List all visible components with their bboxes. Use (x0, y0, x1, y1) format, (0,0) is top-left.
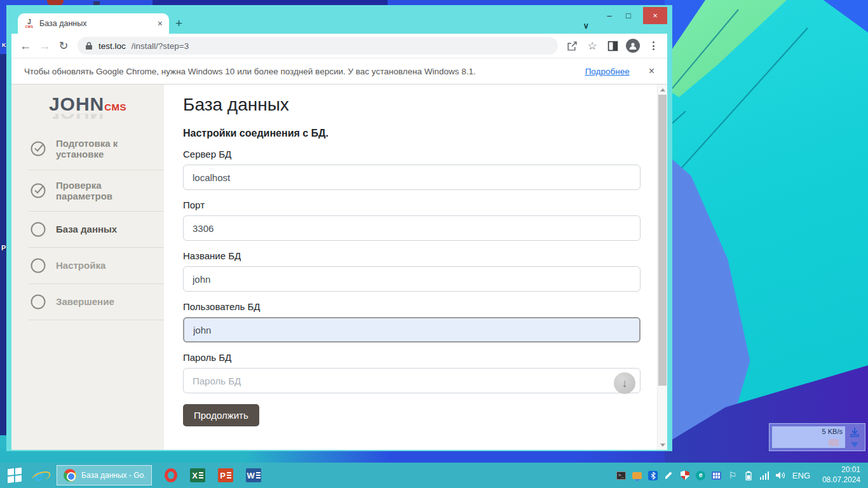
db-port-input[interactable] (183, 215, 641, 241)
forward-button[interactable]: → (36, 37, 53, 55)
installer-sidebar: JOHNCMS JOHNCMS Подготовка к установке (11, 85, 164, 450)
opera-icon[interactable] (165, 468, 177, 482)
circle-icon (30, 221, 46, 238)
internet-explorer-icon[interactable]: e (34, 467, 44, 484)
db-user-label: Пользователь БД (183, 301, 641, 312)
sidebar-divider (29, 320, 164, 320)
word-glyph: W (246, 468, 261, 482)
tab-search-chevron-icon[interactable]: ∨ (583, 21, 589, 30)
circle-icon (30, 257, 46, 274)
tray-keyboard-layout-icon[interactable] (712, 470, 722, 480)
download-truck-icon (829, 439, 839, 446)
infobar-details-link[interactable]: Подробнее (585, 67, 630, 76)
db-name-input[interactable] (183, 266, 641, 292)
db-server-field-wrap (183, 165, 641, 190)
scrollbar-thumb[interactable] (658, 95, 667, 386)
tray-network-signal-icon[interactable] (759, 470, 770, 480)
keyboard-glyph (712, 471, 721, 480)
tray-security-shield-icon[interactable] (680, 470, 690, 480)
scrollbar-down-arrow[interactable] (658, 440, 667, 450)
side-panel-icon[interactable] (604, 37, 621, 55)
profile-avatar-icon[interactable] (624, 37, 642, 55)
tray-eset-icon[interactable]: e (696, 470, 706, 480)
tray-terminal-icon[interactable]: >_ (616, 470, 627, 480)
window-controls: – □ × (600, 6, 667, 24)
windows-logo-icon (8, 468, 22, 483)
terminal-glyph: >_ (616, 471, 626, 480)
down-arrow-glyph: ↓ (622, 377, 628, 390)
powerpoint-glyph: P (218, 468, 233, 482)
sidebar-step-database: База данных (11, 212, 164, 247)
maximize-button[interactable]: □ (619, 11, 638, 20)
url-path: /install/?step=3 (132, 41, 189, 51)
reload-button[interactable]: ↻ (55, 37, 72, 55)
continue-button[interactable]: Продолжить (183, 404, 259, 426)
scrollbar-up-arrow[interactable] (658, 85, 667, 95)
tray-battery-icon[interactable] (743, 470, 754, 480)
tab-close-icon[interactable]: × (158, 18, 163, 29)
word-icon[interactable]: W (246, 468, 261, 482)
avatar (626, 39, 640, 53)
tray-action-center-flag-icon[interactable]: ⚐ (728, 470, 738, 480)
system-tray: >_ e ⚐ (616, 465, 860, 485)
tray-download-master-icon[interactable] (632, 470, 642, 480)
share-icon[interactable] (563, 37, 581, 55)
password-reveal-download-icon[interactable]: ↓ (614, 372, 635, 394)
page-title: База данных (183, 95, 641, 115)
infobar-close-icon[interactable]: × (649, 65, 654, 77)
logo-text: JOHNCMS (11, 95, 164, 114)
db-user-input[interactable] (183, 317, 641, 342)
db-server-input[interactable] (183, 165, 641, 190)
db-user-field-wrap (183, 317, 641, 342)
desktop-icon-label-partial: P (1, 244, 6, 252)
back-button[interactable]: ← (17, 37, 34, 55)
bluetooth-glyph (648, 471, 658, 480)
lock-icon (85, 41, 93, 50)
address-bar[interactable]: test.loc/install/?step=3 (78, 37, 558, 55)
url-host: test.loc (98, 41, 126, 51)
db-server-label: Сервер БД (183, 149, 641, 159)
db-name-label: Название БД (183, 250, 641, 261)
clock-date: 08.07.2024 (822, 475, 860, 484)
download-dropdown-icon[interactable] (851, 442, 858, 447)
language-indicator[interactable]: ENG (792, 471, 810, 480)
desktop-icon-label-partial: K (2, 42, 6, 48)
page-scrollbar[interactable] (657, 85, 667, 450)
download-arrow-icon[interactable] (850, 427, 860, 437)
sidebar-step-preparation: Подготовка к установке (11, 128, 164, 170)
db-password-label: Пароль БД (183, 352, 641, 363)
chrome-logo-icon (64, 469, 76, 482)
close-window-button[interactable]: × (643, 7, 667, 24)
tab-database[interactable]: J CMS База данных × (18, 13, 169, 34)
excel-icon[interactable]: X (190, 468, 205, 482)
taskbar: e База данных - Go... X P W >_ (0, 463, 868, 488)
start-button[interactable] (8, 468, 22, 482)
taskbar-clock[interactable]: 20:01 08.07.2024 (816, 465, 860, 485)
tray-pencil-icon[interactable] (664, 470, 674, 480)
check-circle-icon (30, 140, 46, 157)
kebab-dots (653, 41, 654, 50)
new-tab-button[interactable]: + (175, 17, 182, 29)
tray-volume-icon[interactable] (775, 470, 785, 480)
tab-title: База данных (39, 19, 153, 28)
sidebar-step-settings: Настройка (11, 248, 164, 283)
download-manager-widget[interactable]: 5 KB/s (769, 423, 865, 451)
chrome-task-label: База данных - Go... (81, 471, 145, 480)
bookmark-star-icon[interactable]: ☆ (583, 37, 601, 55)
tray-bluetooth-icon[interactable] (648, 470, 658, 480)
browser-menu-icon[interactable] (644, 37, 662, 55)
clock-time: 20:01 (841, 465, 860, 474)
ie-glyph: e (34, 467, 44, 484)
db-password-field-wrap: ↓ (183, 368, 641, 393)
db-password-input[interactable] (183, 368, 641, 393)
opera-ring (165, 468, 177, 482)
taskbar-chrome-button[interactable]: База данных - Go... (57, 465, 152, 485)
signal-bars-glyph (760, 471, 770, 480)
wallpaper-right-panels (665, 0, 868, 463)
toolbar-actions: ☆ (563, 37, 662, 55)
minimize-button[interactable]: – (600, 11, 619, 20)
db-name-field-wrap (183, 266, 641, 292)
powerpoint-icon[interactable]: P (218, 468, 233, 482)
johncms-favicon: J CMS (24, 18, 34, 29)
installer-content: База данных Настройки соединения с БД. С… (164, 85, 657, 450)
